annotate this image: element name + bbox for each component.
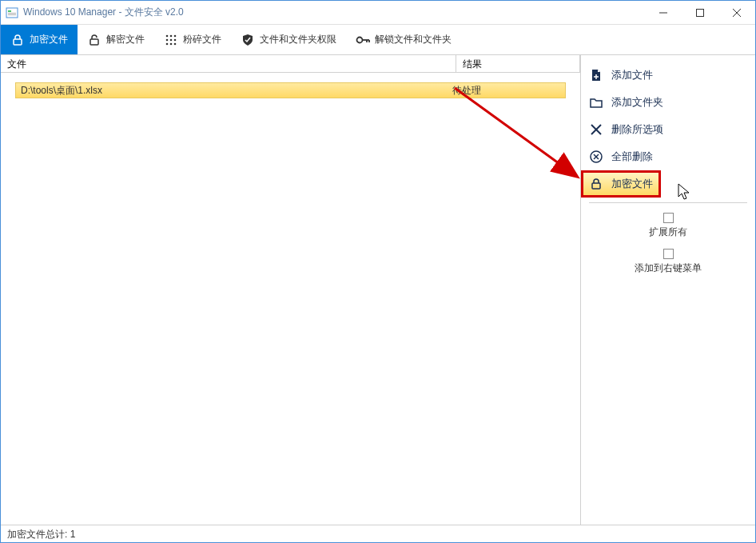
side-item-label: 添加文件夹 (611, 95, 663, 110)
cell-file-path: D:\tools\桌面\1.xlsx (16, 84, 448, 98)
column-result[interactable]: 结果 (456, 55, 580, 72)
checkbox-icon (663, 249, 674, 259)
window-title: Windows 10 Manager - 文件安全 v2.0 (23, 6, 184, 19)
tab-label: 加密文件 (30, 33, 68, 46)
side-item-label: 添加文件 (611, 68, 653, 82)
svg-point-13 (166, 38, 169, 41)
tab-encrypt[interactable]: 加密文件 (1, 25, 78, 54)
close-button[interactable] (718, 1, 755, 24)
x-circle-icon (589, 150, 603, 164)
svg-point-10 (166, 34, 169, 37)
unlock-icon (87, 33, 101, 47)
lock-icon (589, 177, 603, 191)
statusbar: 加密文件总计: 1 (1, 525, 755, 542)
svg-point-12 (174, 34, 177, 37)
tab-label: 文件和文件夹权限 (260, 33, 336, 46)
checkbox-label: 扩展所有 (649, 226, 687, 239)
svg-rect-3 (8, 14, 16, 15)
side-item-label: 全部删除 (611, 150, 653, 164)
add-file-button[interactable]: 添加文件 (581, 62, 755, 89)
checkbox-icon (663, 213, 674, 223)
expand-all-checkbox[interactable]: 扩展所有 (581, 208, 755, 244)
side-panel: 添加文件 添加文件夹 删除所选项 (581, 55, 755, 525)
tab-label: 解密文件 (106, 33, 145, 46)
file-plus-icon (589, 68, 603, 82)
tab-permissions[interactable]: 文件和文件夹权限 (231, 25, 346, 54)
shield-check-icon (241, 33, 255, 47)
file-list-header: 文件 结果 (1, 55, 580, 73)
file-panel: 文件 结果 D:\tools\桌面\1.xlsx 待处理 (1, 55, 581, 525)
maximize-button[interactable] (682, 1, 718, 24)
encrypt-file-button[interactable]: 加密文件 (581, 170, 661, 198)
grid-icon (164, 33, 178, 47)
column-file[interactable]: 文件 (1, 55, 456, 72)
file-list[interactable]: D:\tools\桌面\1.xlsx 待处理 (1, 73, 580, 525)
svg-point-14 (170, 38, 173, 41)
tab-shred[interactable]: 粉碎文件 (154, 25, 231, 54)
side-item-label: 删除所选项 (611, 122, 663, 137)
svg-point-17 (170, 42, 173, 45)
svg-rect-2 (8, 13, 16, 14)
lock-icon (10, 33, 25, 47)
svg-rect-9 (90, 39, 98, 45)
toolbar: 加密文件 解密文件 粉碎文件 文件和文件夹权限 (1, 25, 755, 55)
svg-rect-1 (8, 10, 11, 12)
svg-rect-8 (14, 39, 22, 45)
cell-result: 待处理 (448, 84, 481, 98)
delete-selected-button[interactable]: 删除所选项 (581, 116, 755, 143)
x-icon (589, 122, 603, 137)
svg-point-18 (174, 42, 177, 45)
svg-rect-30 (592, 183, 600, 189)
svg-point-11 (170, 34, 173, 37)
window-controls (645, 1, 755, 24)
tab-unlock-files[interactable]: 解锁文件和文件夹 (346, 25, 461, 54)
svg-point-19 (357, 37, 363, 42)
status-text: 加密文件总计: 1 (7, 529, 75, 540)
folder-icon (589, 95, 603, 110)
side-item-label: 加密文件 (611, 177, 653, 191)
app-icon (6, 6, 18, 19)
minimize-button[interactable] (645, 1, 682, 24)
table-row[interactable]: D:\tools\桌面\1.xlsx 待处理 (15, 82, 566, 98)
titlebar: Windows 10 Manager - 文件安全 v2.0 (1, 1, 755, 25)
divider (589, 202, 747, 203)
svg-point-15 (174, 38, 177, 41)
delete-all-button[interactable]: 全部删除 (581, 143, 755, 170)
svg-rect-5 (697, 9, 704, 16)
svg-point-16 (166, 42, 169, 45)
add-context-menu-checkbox[interactable]: 添加到右键菜单 (581, 244, 755, 280)
tab-label: 解锁文件和文件夹 (375, 33, 452, 46)
tab-decrypt[interactable]: 解密文件 (78, 25, 154, 54)
tab-label: 粉碎文件 (183, 33, 221, 46)
content-area: 文件 结果 D:\tools\桌面\1.xlsx 待处理 添加文件 (1, 55, 755, 525)
checkbox-label: 添加到右键菜单 (635, 262, 702, 275)
add-folder-button[interactable]: 添加文件夹 (581, 89, 755, 116)
key-icon (356, 33, 370, 47)
